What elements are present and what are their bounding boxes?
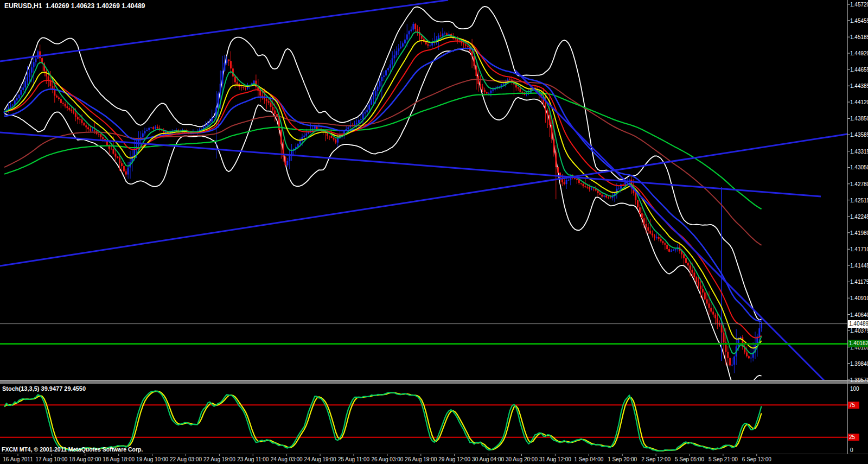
time-axis-label: 23 Aug 11:00 xyxy=(237,456,269,462)
candlestick-series xyxy=(4,22,763,373)
price-axis-label: 1.44655 xyxy=(850,67,868,73)
time-axis-label: 18 Aug 18:00 xyxy=(103,456,135,462)
price-axis-label: 1.43050 xyxy=(850,164,868,170)
time-axis-label: 30 Aug 04:00 xyxy=(472,456,504,462)
time-axis-label: 19 Aug 10:00 xyxy=(136,456,168,462)
price-axis-label: 1.42780 xyxy=(850,181,868,187)
time-axis-label: 30 Aug 20:00 xyxy=(506,456,538,462)
price-axis-label: 1.44385 xyxy=(850,83,868,89)
time-axis-label: 17 Aug 10:00 xyxy=(35,456,67,462)
time-axis-label: 1 Sep 20:00 xyxy=(608,456,637,462)
chart-title-ohlc: EURUSD,H1 1.40269 1.40623 1.40269 1.4048… xyxy=(4,2,145,10)
current-price-marker: 1.40489 xyxy=(848,320,868,328)
price-axis-label: 1.45455 xyxy=(850,18,868,24)
price-axis-label: 1.41710 xyxy=(850,246,868,252)
time-axis-label: 29 Aug 12:00 xyxy=(438,456,470,462)
ma-fast-green xyxy=(4,32,762,354)
time-axis-label: 18 Aug 02:00 xyxy=(69,456,101,462)
ma-yellow xyxy=(4,37,762,348)
price-axis-label: 1.45185 xyxy=(850,34,868,40)
green-level-marker: 1.40162 xyxy=(848,340,868,347)
price-axis-label: 1.41980 xyxy=(850,230,868,236)
price-axis-label: 1.39570 xyxy=(850,377,868,383)
ma-blue xyxy=(4,48,762,321)
mt4-chart-window: EURUSD,H1 1.40269 1.40623 1.40269 1.4048… xyxy=(0,0,868,464)
copyright-text: FXCM MT4, © 2001-2011 MetaQuotes Softwar… xyxy=(2,446,143,453)
main-chart-area[interactable] xyxy=(0,0,847,387)
price-axis-label: 1.43585 xyxy=(850,132,868,138)
price-axis-label: 1.45720 xyxy=(850,2,868,8)
price-axis-label: 1.44920 xyxy=(850,50,868,56)
trendline-4[interactable] xyxy=(515,71,825,382)
stochastic-label: Stoch(13,3,5) 39.9477 29.4550 xyxy=(2,385,86,392)
time-axis-label: 25 Aug 11:00 xyxy=(338,456,369,462)
chart-canvas[interactable] xyxy=(0,0,868,464)
trendline-2[interactable] xyxy=(0,132,821,196)
time-axis-label: 5 Sep 21:00 xyxy=(709,456,738,462)
price-axis-label: 1.42245 xyxy=(850,214,868,220)
time-axis-label: 26 Aug 03:00 xyxy=(371,456,403,462)
time-axis-label: 6 Sep 13:00 xyxy=(742,456,771,462)
price-axis-label: 1.41175 xyxy=(850,279,868,285)
time-axis-label: 16 Aug 2011 xyxy=(3,456,33,462)
price-axis-label: 1.43850 xyxy=(850,116,868,122)
time-axis-label: 22 Aug 19:00 xyxy=(203,456,235,462)
channel-lower-band xyxy=(4,49,762,387)
stoch-axis-label-0: 0 xyxy=(850,447,853,453)
panel-separator[interactable] xyxy=(0,380,868,384)
price-axis-label: 1.44120 xyxy=(850,99,868,105)
stoch-level-marker-75: 75 xyxy=(848,402,859,409)
price-axis-label: 1.41445 xyxy=(850,263,868,269)
time-axis-label: 24 Aug 19:00 xyxy=(304,456,336,462)
stoch-level-marker-25: 25 xyxy=(848,434,859,441)
trendline-3[interactable] xyxy=(0,134,847,266)
stoch-axis-label-100: 100 xyxy=(850,386,859,392)
time-axis-label: 31 Aug 12:00 xyxy=(539,456,571,462)
price-axis-label: 1.40910 xyxy=(850,295,868,301)
stochastic-panel[interactable] xyxy=(0,391,847,451)
ma-green-slow xyxy=(4,93,762,209)
price-axis-label: 1.40640 xyxy=(850,312,868,318)
time-axis-label: 26 Aug 19:00 xyxy=(405,456,437,462)
price-axis-label: 1.42515 xyxy=(850,198,868,204)
time-axis-label: 5 Sep 05:00 xyxy=(675,456,704,462)
price-axis-label: 1.43315 xyxy=(850,149,868,155)
stoch-signal-line xyxy=(4,391,762,451)
time-axis-label: 2 Sep 12:00 xyxy=(641,456,671,462)
price-axis-label: 1.39840 xyxy=(850,361,868,367)
price-axis-label: 1.40375 xyxy=(850,328,868,334)
time-axis-label: 24 Aug 03:00 xyxy=(271,456,303,462)
channel-upper-band xyxy=(4,7,762,320)
time-axis-label: 1 Sep 04:00 xyxy=(574,456,603,462)
time-axis-label: 22 Aug 03:00 xyxy=(170,456,202,462)
stoch-main-line xyxy=(4,391,762,451)
